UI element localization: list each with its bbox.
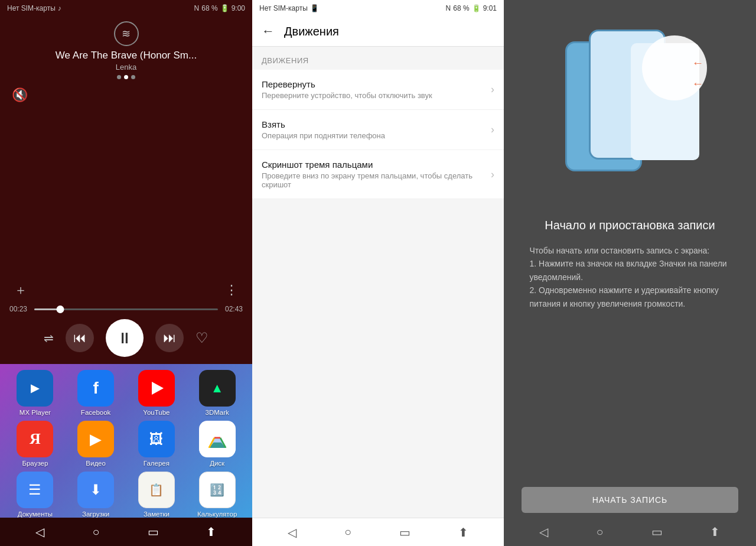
- youtube-icon: [138, 370, 175, 407]
- nav-bar-music: ◁ ○ ▭ ⬆: [0, 518, 252, 546]
- browser-icon: Я: [17, 421, 53, 457]
- panel-music: Нет SIM-карты ♪ N 68 % 🔋 9:00 ≋ We Are T…: [0, 0, 252, 546]
- calculator-icon: 🔢: [199, 472, 236, 508]
- home-nav-settings[interactable]: ○: [344, 525, 351, 539]
- playback-controls: ⇌ ⏮ ⏸ ⏭ ♡: [9, 319, 243, 357]
- music-controls: ＋ ⋮ 00:23 02:43 ⇌ ⏮ ⏸ ⏭ ♡: [0, 281, 252, 364]
- home-nav-record[interactable]: ○: [596, 525, 603, 539]
- music-wave-icon: ≋: [114, 21, 139, 46]
- 3dmark-label: 3DMark: [205, 409, 229, 416]
- battery-percent: 68 %: [201, 4, 217, 12]
- time-total: 02:43: [223, 305, 243, 313]
- menu-nav-button[interactable]: ⬆: [206, 525, 216, 539]
- music-note-icon: ♪: [58, 4, 61, 12]
- browser-label: Браузер: [22, 460, 48, 467]
- settings-status-right: N 68 % 🔋 9:01: [446, 4, 497, 12]
- arrow-1: ←: [692, 56, 704, 70]
- record-main: ← ← Начало и приостановка записи Чтобы н…: [504, 0, 756, 477]
- app-browser[interactable]: Я Браузер: [7, 421, 63, 467]
- shuffle-button[interactable]: ⇌: [44, 331, 54, 345]
- app-gallery[interactable]: 🖼 Галерея: [129, 421, 185, 467]
- home-nav-button[interactable]: ○: [92, 525, 99, 539]
- back-nav-settings[interactable]: ◁: [288, 525, 296, 540]
- youtube-label: YouTube: [143, 409, 170, 416]
- video-icon: ▶: [77, 421, 114, 457]
- progress-row: 00:23 02:43: [9, 305, 243, 313]
- app-calculator[interactable]: 🔢 Калькулятор: [189, 472, 245, 518]
- recents-nav-settings[interactable]: ▭: [399, 525, 410, 540]
- music-title: We Are The Brave (Honor Sm...: [56, 50, 197, 61]
- settings-item-pickup-title: Взять: [262, 119, 491, 129]
- music-artist: Lenka: [116, 63, 136, 72]
- settings-item-flip-subtitle: Переверните устройство, чтобы отключить …: [262, 91, 491, 100]
- settings-item-screenshot-subtitle: Проведите вниз по экрану тремя пальцами,…: [262, 171, 491, 189]
- dot-3: [131, 75, 135, 79]
- settings-header: ← Движения: [252, 17, 504, 47]
- settings-title: Движения: [284, 25, 339, 38]
- clock-settings: 9:01: [483, 4, 497, 12]
- status-right: N 68 % 🔋 9:00: [194, 4, 245, 12]
- app-mx-player[interactable]: ▶ MX Player: [7, 370, 63, 416]
- settings-item-screenshot-content: Скриншот тремя пальцами Проведите вниз п…: [262, 160, 491, 189]
- signal-settings: N: [446, 4, 451, 12]
- album-art: 🔇: [0, 82, 252, 281]
- battery-settings: 68 %: [453, 4, 469, 12]
- add-button[interactable]: ＋: [14, 281, 27, 299]
- app-docs[interactable]: ☰ Документы: [7, 472, 63, 518]
- settings-item-screenshot-title: Скриншот тремя пальцами: [262, 160, 491, 170]
- settings-item-flip-content: Перевернуть Переверните устройство, чтоб…: [262, 79, 491, 100]
- app-facebook[interactable]: f Facebook: [68, 370, 124, 416]
- status-bar-music: Нет SIM-карты ♪ N 68 % 🔋 9:00: [0, 0, 252, 17]
- battery-icon-settings: 🔋: [472, 4, 481, 12]
- arrow-2: ←: [692, 77, 704, 90]
- app-3dmark[interactable]: ▲ 3DMark: [189, 370, 245, 416]
- gallery-label: Галерея: [144, 460, 170, 467]
- chevron-icon-pickup: ›: [491, 124, 494, 136]
- next-button[interactable]: ⏭: [155, 324, 184, 352]
- prev-button[interactable]: ⏮: [66, 324, 94, 352]
- back-nav-button[interactable]: ◁: [35, 525, 44, 539]
- record-title: Начало и приостановка записи: [545, 219, 715, 232]
- app-notes[interactable]: 📋 Заметки: [129, 472, 185, 518]
- signal-icon: N: [194, 4, 200, 12]
- notes-icon: 📋: [138, 472, 175, 508]
- yt-play-icon: [152, 382, 164, 395]
- music-header: ≋ We Are The Brave (Honor Sm... Lenka: [0, 17, 252, 82]
- nav-bar-settings: ◁ ○ ▭ ⬆: [252, 518, 504, 546]
- chevron-icon-screenshot: ›: [491, 168, 494, 181]
- more-button[interactable]: ⋮: [225, 282, 238, 298]
- recents-nav-button[interactable]: ▭: [148, 525, 159, 539]
- time-elapsed: 00:23: [9, 305, 30, 313]
- mx-player-label: MX Player: [19, 409, 51, 416]
- sim-status-settings: Нет SIM-карты: [259, 4, 308, 12]
- menu-nav-settings[interactable]: ⬆: [458, 525, 468, 540]
- downloads-icon: ⬇: [77, 472, 114, 508]
- phone-illustration: ← ←: [553, 24, 707, 201]
- app-youtube[interactable]: YouTube: [129, 370, 185, 416]
- arrow-indicators: ← ←: [692, 56, 704, 90]
- chevron-icon-flip: ›: [491, 83, 494, 96]
- settings-item-screenshot[interactable]: Скриншот тремя пальцами Проведите вниз п…: [252, 150, 504, 199]
- progress-bar[interactable]: [34, 308, 218, 310]
- app-drive[interactable]: Диск: [189, 421, 245, 467]
- pause-button[interactable]: ⏸: [106, 319, 144, 357]
- menu-nav-record[interactable]: ⬆: [710, 525, 720, 539]
- notes-label: Заметки: [144, 511, 170, 518]
- music-actions: ＋ ⋮: [9, 281, 243, 299]
- app-grid: ▶ MX Player f Facebook YouTube ▲: [5, 370, 247, 518]
- settings-section-label: ДВИЖЕНИЯ: [252, 47, 504, 70]
- panel-settings: Нет SIM-карты 📱 N 68 % 🔋 9:01 ← Движения…: [252, 0, 504, 546]
- sim-icon-settings: 📱: [310, 4, 319, 12]
- back-nav-record[interactable]: ◁: [539, 525, 548, 539]
- next-icon: ⏭: [163, 330, 176, 346]
- settings-back-button[interactable]: ←: [262, 24, 275, 39]
- app-downloads[interactable]: ⬇ Загрузки: [68, 472, 124, 518]
- record-description: Чтобы начать или остановить запись с экр…: [530, 244, 731, 310]
- app-video[interactable]: ▶ Видео: [68, 421, 124, 467]
- favorite-button[interactable]: ♡: [195, 330, 208, 346]
- settings-item-pickup[interactable]: Взять Операция при поднятии телефона ›: [252, 110, 504, 150]
- downloads-label: Загрузки: [82, 511, 109, 518]
- recents-nav-record[interactable]: ▭: [651, 525, 663, 539]
- settings-item-flip[interactable]: Перевернуть Переверните устройство, чтоб…: [252, 70, 504, 110]
- start-record-button[interactable]: НАЧАТЬ ЗАПИСЬ: [522, 487, 738, 513]
